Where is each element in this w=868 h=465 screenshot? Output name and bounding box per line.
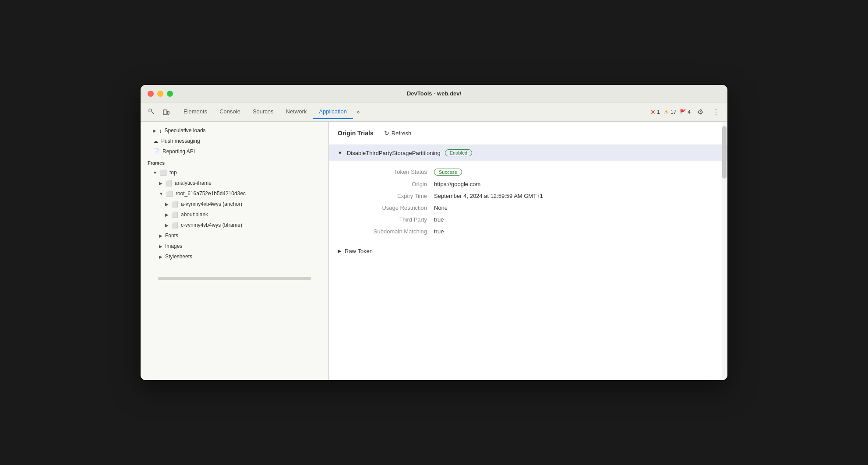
refresh-label: Refresh: [392, 130, 412, 137]
sidebar-label-top: top: [169, 169, 323, 176]
warning-count: 17: [670, 109, 676, 115]
content-header: Origin Trials ↻ Refresh: [329, 122, 727, 145]
collapsed-arrow-icon: ▶: [153, 128, 156, 133]
error-icon: ✕: [650, 109, 656, 116]
sidebar-item-reporting-api[interactable]: 📄 Reporting API: [141, 146, 328, 157]
bframe-icon: ⬜: [171, 222, 178, 229]
token-status-value: Success: [434, 169, 719, 176]
subdomain-row: Subdomain Matching true: [338, 225, 719, 237]
expiry-value: September 4, 2024 at 12:59:59 AM GMT+1: [434, 193, 719, 199]
trial-expand-icon: ▼: [338, 150, 342, 155]
detail-grid: Token Status Success Origin https://goog…: [329, 161, 727, 243]
trial-enabled-badge: Enabled: [445, 149, 472, 156]
titlebar: DevTools - web.dev/: [141, 85, 727, 102]
sidebar-item-blank-frame[interactable]: ▶ ⬜ about:blank: [141, 209, 328, 220]
usage-restriction-row: Usage Restriction None: [338, 202, 719, 214]
third-party-value: true: [434, 216, 719, 223]
sidebar-item-stylesheets[interactable]: ▶ Stylesheets: [141, 251, 328, 262]
sidebar-label-push-messaging: Push messaging: [161, 138, 323, 144]
speculative-loads-icon: ↕: [159, 127, 162, 134]
origin-row: Origin https://google.com: [338, 178, 719, 190]
tab-more-button[interactable]: »: [353, 105, 363, 119]
content-title: Origin Trials: [338, 130, 374, 137]
tab-sources[interactable]: Sources: [247, 105, 280, 119]
settings-button[interactable]: ⚙: [694, 106, 706, 118]
third-party-row: Third Party true: [338, 214, 719, 225]
collapsed-arrow-icon-4: ▶: [165, 212, 169, 217]
sidebar-item-speculative-loads[interactable]: ▶ ↕ Speculative loads: [141, 125, 328, 136]
iframe-icon: ⬜: [165, 180, 172, 187]
sidebar-label-blank: about:blank: [181, 211, 323, 218]
tab-elements[interactable]: Elements: [177, 105, 213, 119]
sidebar-label-speculative-loads: Speculative loads: [165, 127, 324, 134]
error-badge: ✕ 1: [650, 109, 660, 116]
expanded-arrow-icon-2: ▼: [159, 191, 163, 196]
sidebar-item-top-frame[interactable]: ▼ ⬜ top: [141, 167, 328, 178]
reporting-api-icon: 📄: [153, 148, 160, 155]
maximize-button[interactable]: [167, 91, 173, 97]
info-count: 4: [688, 109, 691, 115]
tab-application[interactable]: Application: [313, 105, 353, 119]
sidebar-label-root: root_616a752e1b5d4210d3ec: [176, 190, 323, 197]
svg-rect-0: [149, 109, 152, 112]
sidebar-item-root-frame[interactable]: ▼ ⬜ root_616a752e1b5d4210d3ec: [141, 188, 328, 199]
blank-frame-icon: ⬜: [171, 211, 178, 218]
third-party-label: Third Party: [338, 216, 434, 223]
content-panel: Origin Trials ↻ Refresh ▼ DisableThirdPa…: [329, 122, 727, 380]
raw-token-arrow-icon: ▶: [338, 248, 341, 254]
token-status-label: Token Status: [338, 169, 434, 175]
window-title: DevTools - web.dev/: [407, 90, 461, 97]
more-options-button[interactable]: ⋮: [710, 106, 722, 118]
expanded-arrow-icon: ▼: [153, 170, 157, 175]
sidebar-item-analytics-iframe[interactable]: ▶ ⬜ analytics-iframe: [141, 178, 328, 188]
devtools-window: DevTools - web.dev/ Elements Console Sou…: [141, 85, 727, 380]
close-button[interactable]: [148, 91, 154, 97]
sidebar-label-images: Images: [165, 243, 323, 249]
expiry-row: Expiry Time September 4, 2024 at 12:59:5…: [338, 190, 719, 202]
sidebar-item-images[interactable]: ▶ Images: [141, 241, 328, 251]
content-scrollbar-thumb[interactable]: [722, 126, 727, 179]
root-frame-icon: ⬜: [166, 190, 173, 197]
raw-token-label: Raw Token: [345, 248, 373, 254]
minimize-button[interactable]: [157, 91, 163, 97]
subdomain-value: true: [434, 228, 719, 235]
info-badge: 🚩 4: [680, 109, 691, 115]
collapsed-arrow-icon-5: ▶: [165, 223, 169, 228]
sidebar-label-reporting-api: Reporting API: [162, 148, 323, 155]
inspect-element-button[interactable]: [146, 106, 158, 118]
device-toolbar-button[interactable]: [160, 106, 172, 118]
sidebar-item-push-messaging[interactable]: ☁ Push messaging: [141, 136, 328, 146]
content-scrollbar-track[interactable]: [722, 122, 727, 380]
origin-label: Origin: [338, 181, 434, 187]
warning-badge: ⚠ 17: [663, 109, 676, 116]
sidebar-horizontal-scrollbar[interactable]: [158, 277, 311, 280]
frame-icon: ⬜: [160, 169, 167, 176]
refresh-icon: ↻: [384, 130, 389, 137]
tab-console[interactable]: Console: [213, 105, 247, 119]
warning-icon: ⚠: [663, 109, 669, 116]
sidebar-item-fonts[interactable]: ▶ Fonts: [141, 230, 328, 241]
info-icon: 🚩: [680, 109, 686, 115]
sidebar-item-anchor-frame[interactable]: ▶ ⬜ a-vynmy4vb4wys (anchor): [141, 199, 328, 209]
push-messaging-icon: ☁: [153, 138, 159, 144]
origin-value: https://google.com: [434, 181, 719, 187]
collapsed-arrow-icon-3: ▶: [165, 202, 169, 207]
expiry-label: Expiry Time: [338, 193, 434, 199]
subdomain-label: Subdomain Matching: [338, 228, 434, 235]
svg-rect-1: [163, 110, 167, 115]
main-content: ▶ ↕ Speculative loads ☁ Push messaging 📄…: [141, 122, 727, 380]
toolbar: Elements Console Sources Network Applica…: [141, 102, 727, 122]
tab-network[interactable]: Network: [280, 105, 313, 119]
anchor-frame-icon: ⬜: [171, 201, 178, 208]
sidebar-item-bframe[interactable]: ▶ ⬜ c-vynmy4vb4wys (bframe): [141, 220, 328, 230]
trial-row[interactable]: ▼ DisableThirdPartyStoragePartitioning E…: [329, 145, 727, 161]
token-status-badge: Success: [434, 169, 462, 176]
raw-token-row[interactable]: ▶ Raw Token: [329, 243, 727, 260]
refresh-button[interactable]: ↻ Refresh: [381, 128, 415, 138]
images-arrow-icon: ▶: [159, 244, 162, 249]
toolbar-right: ✕ 1 ⚠ 17 🚩 4 ⚙ ⋮: [650, 106, 722, 118]
sidebar-label-stylesheets: Stylesheets: [165, 254, 323, 260]
fonts-arrow-icon: ▶: [159, 233, 162, 238]
sidebar: ▶ ↕ Speculative loads ☁ Push messaging 📄…: [141, 122, 329, 380]
sidebar-label-bframe: c-vynmy4vb4wys (bframe): [181, 222, 323, 228]
